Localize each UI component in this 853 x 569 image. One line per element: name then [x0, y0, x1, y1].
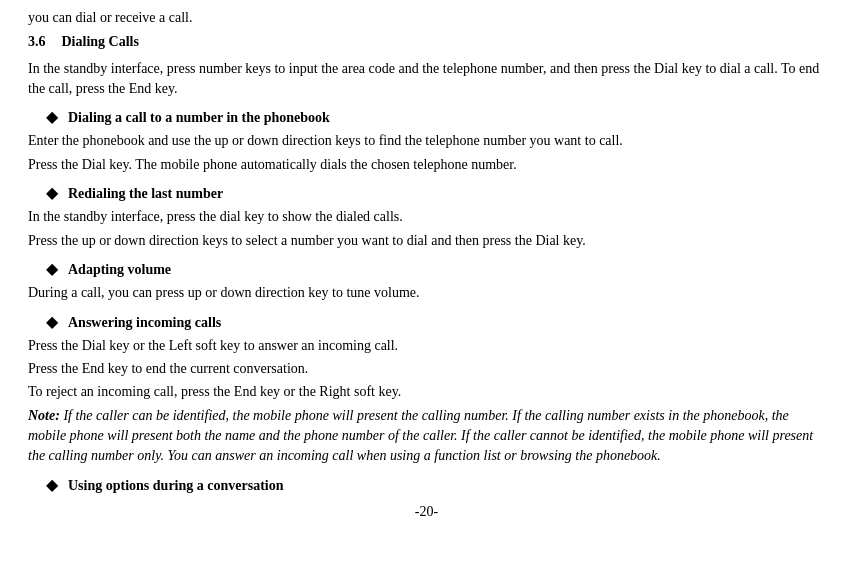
- bullet-label-4: Answering incoming calls: [68, 313, 221, 333]
- bullet-item-1: ◆ Dialing a call to a number in the phon…: [28, 105, 825, 128]
- bullet-4-para-2: Press the End key to end the current con…: [28, 359, 825, 379]
- bullet-1-para-2: Press the Dial key. The mobile phone aut…: [28, 155, 825, 175]
- bullet-label-2: Redialing the last number: [68, 184, 223, 204]
- bullet-1-para-1: Enter the phonebook and use the up or do…: [28, 131, 825, 151]
- body-paragraph-1: In the standby interface, press number k…: [28, 59, 825, 100]
- intro-line: you can dial or receive a call.: [28, 8, 825, 28]
- note-paragraph: Note: If the caller can be identified, t…: [28, 406, 825, 467]
- section-header: 3.6 Dialing Calls: [28, 32, 825, 52]
- section-number: 3.6: [28, 32, 46, 52]
- bullet-label-5: Using options during a conversation: [68, 476, 283, 496]
- note-text: If the caller can be identified, the mob…: [28, 408, 813, 464]
- page-content: you can dial or receive a call. 3.6 Dial…: [0, 0, 853, 530]
- diamond-icon-4: ◆: [46, 310, 58, 333]
- note-prefix: Note:: [28, 408, 60, 423]
- bullet-3-para-1: During a call, you can press up or down …: [28, 283, 825, 303]
- bullet-label-1: Dialing a call to a number in the phoneb…: [68, 108, 330, 128]
- section-title: Dialing Calls: [62, 32, 139, 52]
- bullet-4-para-1: Press the Dial key or the Left soft key …: [28, 336, 825, 356]
- bullet-item-3: ◆ Adapting volume: [28, 257, 825, 280]
- bullet-label-3: Adapting volume: [68, 260, 171, 280]
- bullet-4-para-3: To reject an incoming call, press the En…: [28, 382, 825, 402]
- bullet-2-para-1: In the standby interface, press the dial…: [28, 207, 825, 227]
- bullet-item-2: ◆ Redialing the last number: [28, 181, 825, 204]
- page-number: -20-: [28, 502, 825, 522]
- bullet-2-para-2: Press the up or down direction keys to s…: [28, 231, 825, 251]
- bullet-item-5: ◆ Using options during a conversation: [28, 473, 825, 496]
- diamond-icon-5: ◆: [46, 473, 58, 496]
- diamond-icon-1: ◆: [46, 105, 58, 128]
- diamond-icon-3: ◆: [46, 257, 58, 280]
- bullet-item-4: ◆ Answering incoming calls: [28, 310, 825, 333]
- diamond-icon-2: ◆: [46, 181, 58, 204]
